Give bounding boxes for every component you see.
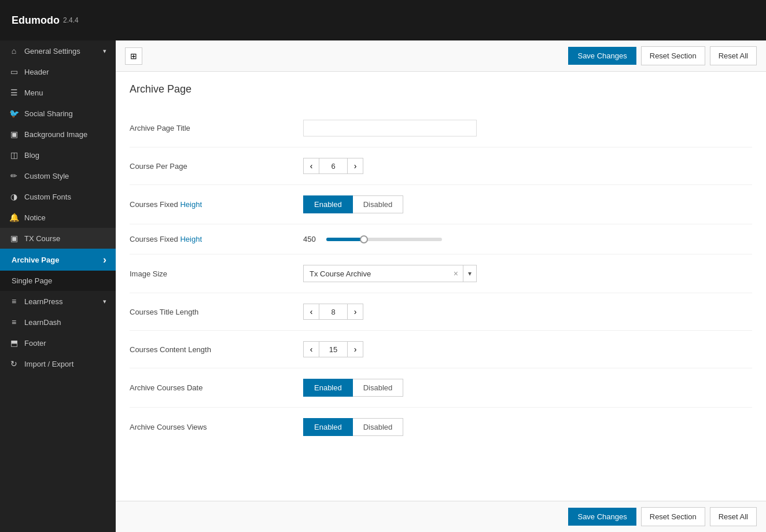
archive-courses-views-disabled-btn[interactable]: Disabled bbox=[353, 418, 404, 436]
chevron-down-icon: ▾ bbox=[103, 47, 106, 55]
sidebar-item-tx-course[interactable]: ▣ TX Course bbox=[0, 228, 116, 249]
label-course-per-page: Course Per Page bbox=[130, 162, 303, 171]
field-courses-title-length: Courses Title Length ‹ 8 › bbox=[130, 293, 752, 331]
label-courses-content-length: Courses Content Length bbox=[130, 345, 303, 354]
app-name: Edumodo bbox=[12, 14, 60, 27]
course-per-page-decrement[interactable]: ‹ bbox=[303, 158, 319, 174]
sidebar-item-header[interactable]: ▭ Header bbox=[0, 61, 116, 82]
control-courses-fixed-height-slider: 450 bbox=[303, 235, 752, 243]
sidebar-item-learnpress[interactable]: ≡ LearnPress ▾ bbox=[0, 291, 116, 312]
page-title: Archive Page bbox=[130, 83, 752, 95]
reset-section-button-bottom[interactable]: Reset Section bbox=[641, 507, 705, 526]
field-courses-fixed-height-toggle: Courses Fixed Height Enabled Disabled bbox=[130, 185, 752, 224]
archive-page-title-input[interactable] bbox=[303, 120, 477, 136]
chevron-down-icon-learnpress: ▾ bbox=[103, 298, 106, 305]
sidebar-item-custom-style[interactable]: ✏ Custom Style bbox=[0, 165, 116, 186]
sidebar-item-menu[interactable]: ☰ Menu bbox=[0, 82, 116, 103]
reset-all-button-bottom[interactable]: Reset All bbox=[710, 507, 757, 526]
sidebar-label-footer: Footer bbox=[24, 339, 46, 348]
sidebar-label-learndash: LearnDash bbox=[24, 318, 61, 327]
courses-fixed-height-disabled-btn[interactable]: Disabled bbox=[353, 195, 404, 213]
control-archive-courses-date: Enabled Disabled bbox=[303, 379, 752, 397]
archive-courses-views-toggle: Enabled Disabled bbox=[303, 418, 752, 436]
sidebar-item-general-settings[interactable]: ⌂ General Settings ▾ bbox=[0, 40, 116, 61]
slider-value-display: 450 bbox=[303, 235, 321, 243]
courses-title-length-value: 8 bbox=[319, 304, 347, 320]
twitter-icon: 🐦 bbox=[9, 109, 19, 118]
image-size-select[interactable]: Tx Course Archive × ▾ bbox=[303, 265, 477, 282]
form-content: Archive Page Archive Page Title Course P… bbox=[116, 72, 766, 458]
select-clear-icon[interactable]: × bbox=[449, 265, 463, 282]
slider-fill bbox=[326, 238, 361, 241]
archive-courses-date-enabled-btn[interactable]: Enabled bbox=[303, 379, 353, 397]
sidebar-item-footer[interactable]: ⬒ Footer bbox=[0, 332, 116, 353]
archive-courses-date-toggle: Enabled Disabled bbox=[303, 379, 752, 397]
sidebar-label-blog: Blog bbox=[24, 151, 39, 160]
courses-title-length-increment[interactable]: › bbox=[347, 304, 363, 320]
field-courses-fixed-height-slider: Courses Fixed Height 450 bbox=[130, 224, 752, 254]
courses-title-length-decrement[interactable]: ‹ bbox=[303, 304, 319, 320]
active-indicator: › bbox=[103, 254, 106, 265]
sidebar-label-header: Header bbox=[24, 68, 49, 76]
bottom-toolbar: Save Changes Reset Section Reset All bbox=[116, 501, 766, 532]
save-changes-button-top[interactable]: Save Changes bbox=[568, 47, 636, 65]
sidebar-label-background-image: Background Image bbox=[24, 130, 87, 139]
blog-icon: ◫ bbox=[9, 150, 19, 160]
menu-icon: ☰ bbox=[9, 88, 19, 97]
courses-fixed-height-enabled-btn[interactable]: Enabled bbox=[303, 195, 353, 213]
image-size-value: Tx Course Archive bbox=[304, 266, 449, 282]
reset-all-button-top[interactable]: Reset All bbox=[710, 46, 757, 65]
sidebar-label-import-export: Import / Export bbox=[24, 360, 73, 368]
sidebar-label-learnpress: LearnPress bbox=[24, 297, 62, 306]
courses-content-length-increment[interactable]: › bbox=[347, 341, 363, 357]
sidebar-item-single-page[interactable]: Single Page bbox=[0, 271, 116, 291]
reset-section-button-top[interactable]: Reset Section bbox=[641, 46, 705, 65]
save-changes-button-bottom[interactable]: Save Changes bbox=[568, 508, 636, 526]
sidebar-item-custom-fonts[interactable]: ◑ Custom Fonts bbox=[0, 186, 116, 207]
label-courses-title-length: Courses Title Length bbox=[130, 308, 303, 316]
slider-track[interactable] bbox=[326, 238, 442, 241]
image-icon: ▣ bbox=[9, 130, 19, 139]
bell-icon: 🔔 bbox=[9, 213, 19, 222]
content-area: ⊞ Save Changes Reset Section Reset All A… bbox=[116, 40, 766, 532]
archive-courses-date-disabled-btn[interactable]: Disabled bbox=[353, 379, 404, 397]
select-arrow-icon[interactable]: ▾ bbox=[463, 266, 476, 281]
grid-view-button[interactable]: ⊞ bbox=[125, 47, 142, 65]
sidebar-label-custom-style: Custom Style bbox=[24, 172, 69, 180]
sidebar-item-notice[interactable]: 🔔 Notice bbox=[0, 207, 116, 228]
course-per-page-stepper: ‹ 6 › bbox=[303, 158, 752, 174]
course-per-page-increment[interactable]: › bbox=[347, 158, 363, 174]
label-highlight-height2: Height bbox=[180, 235, 202, 243]
control-archive-page-title bbox=[303, 120, 752, 136]
sidebar-label-custom-fonts: Custom Fonts bbox=[24, 193, 71, 201]
course-per-page-value: 6 bbox=[319, 158, 347, 174]
main-layout: ⌂ General Settings ▾ ▭ Header ☰ Menu 🐦 S… bbox=[0, 40, 766, 532]
sidebar-item-social-sharing[interactable]: 🐦 Social Sharing bbox=[0, 103, 116, 124]
app-version: 2.4.4 bbox=[63, 16, 79, 24]
sidebar-item-archive-page[interactable]: Archive Page › bbox=[0, 249, 116, 271]
sidebar-label-tx-course: TX Course bbox=[24, 234, 60, 243]
home-icon: ⌂ bbox=[9, 46, 19, 56]
field-courses-content-length: Courses Content Length ‹ 15 › bbox=[130, 331, 752, 368]
field-course-per-page: Course Per Page ‹ 6 › bbox=[130, 147, 752, 185]
pencil-icon: ✏ bbox=[9, 171, 19, 180]
label-courses-fixed-height-slider: Courses Fixed Height bbox=[130, 235, 303, 243]
footer-icon: ⬒ bbox=[9, 338, 19, 348]
label-highlight-height1: Height bbox=[180, 200, 202, 209]
learndash-icon: ≡ bbox=[9, 317, 19, 327]
label-archive-page-title: Archive Page Title bbox=[130, 124, 303, 132]
courses-title-length-stepper: ‹ 8 › bbox=[303, 304, 752, 320]
archive-courses-views-enabled-btn[interactable]: Enabled bbox=[303, 418, 353, 436]
slider-thumb[interactable] bbox=[360, 235, 368, 243]
sidebar-item-blog[interactable]: ◫ Blog bbox=[0, 145, 116, 165]
sidebar-label-menu: Menu bbox=[24, 88, 43, 97]
top-toolbar: ⊞ Save Changes Reset Section Reset All bbox=[116, 40, 766, 72]
sidebar-item-background-image[interactable]: ▣ Background Image bbox=[0, 124, 116, 145]
sidebar-item-import-export[interactable]: ↻ Import / Export bbox=[0, 353, 116, 374]
courses-content-length-stepper: ‹ 15 › bbox=[303, 341, 752, 357]
learnpress-icon: ≡ bbox=[9, 297, 19, 306]
courses-content-length-decrement[interactable]: ‹ bbox=[303, 341, 319, 357]
control-courses-fixed-height-toggle: Enabled Disabled bbox=[303, 195, 752, 213]
field-archive-page-title: Archive Page Title bbox=[130, 109, 752, 147]
sidebar-item-learndash[interactable]: ≡ LearnDash bbox=[0, 312, 116, 332]
